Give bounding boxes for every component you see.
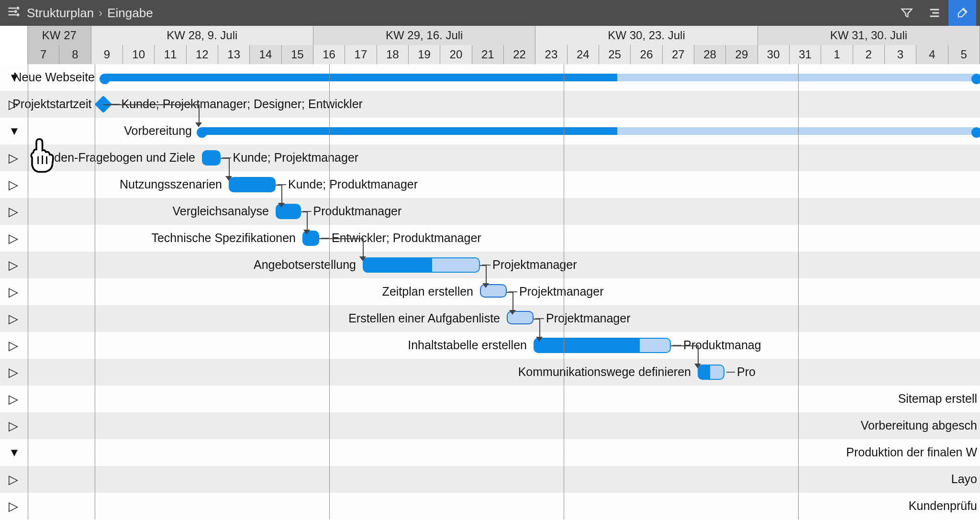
task-bar[interactable] [363,257,480,273]
day-header-cell[interactable]: 3 [885,45,916,64]
day-row: 7891011121314151617181920212223242526272… [28,45,980,64]
gantt-body[interactable]: Neue WebseiteProjektstartzeitKunde; Proj… [0,64,980,520]
svg-point-1 [15,11,16,12]
week-header-cell[interactable]: KW 27 [28,26,91,45]
task-bar[interactable] [534,338,671,353]
day-header-cell[interactable]: 24 [568,45,599,64]
week-header-cell[interactable]: KW 28, 9. Juli [91,26,313,45]
day-header-cell[interactable]: 15 [282,45,313,64]
disclosure-right-icon[interactable] [9,392,18,407]
task-bar[interactable] [302,231,319,246]
settings-button[interactable] [948,0,976,26]
day-header-cell[interactable]: 12 [187,45,218,64]
gantt-row[interactable]: Kundenprüfu [0,493,980,520]
breadcrumb-root[interactable]: Strukturplan [27,6,94,21]
task-bar[interactable] [229,177,276,192]
disclosure-right-icon[interactable] [9,204,18,219]
task-bar[interactable] [698,365,724,380]
task-bar[interactable] [480,284,507,298]
gantt-row[interactable]: Vorbereitung abgesch [0,412,980,439]
day-header-cell[interactable]: 20 [440,45,472,64]
topbar-right [893,0,976,26]
day-header-cell[interactable]: 25 [599,45,631,64]
gantt-row[interactable]: Layo [0,466,980,493]
gantt-row[interactable]: Technische SpezifikationenEntwickler; Pr… [0,225,980,252]
week-header-cell[interactable]: KW 30, 23. Juli [535,26,757,45]
breadcrumb-page[interactable]: Eingabe [107,6,153,21]
day-header-cell[interactable]: 13 [218,45,250,64]
day-header-cell[interactable]: 10 [123,45,155,64]
gantt-row[interactable]: AngebotserstellungProjektmanager [0,252,980,278]
day-header-cell[interactable]: 9 [91,45,123,64]
gantt-row[interactable]: Erstellen einer AufgabenlisteProjektmana… [0,305,980,332]
day-header-cell[interactable]: 30 [758,45,790,64]
week-header-cell[interactable]: KW 31, 30. Juli [758,26,980,45]
disclosure-right-icon[interactable] [9,499,18,514]
day-header-cell[interactable]: 28 [694,45,726,64]
task-title: Kommunikationswege definieren [518,365,691,379]
day-header-cell[interactable]: 31 [790,45,821,64]
gantt-row[interactable]: Kommunikationswege definierenPro [0,359,980,386]
disclosure-right-icon[interactable] [9,338,18,353]
topbar: Strukturplan › Eingabe [0,0,980,26]
gantt-row[interactable]: NutzungsszenarienKunde; Produktmanager [0,171,980,198]
task-bar[interactable] [276,204,301,219]
milestone-diamond[interactable] [94,96,112,113]
day-header-cell[interactable]: 21 [472,45,504,64]
task-bar[interactable] [202,150,221,166]
day-header-cell[interactable]: 7 [28,45,59,64]
disclosure-right-icon[interactable] [9,285,18,299]
task-title: Angebotserstellung [254,258,356,272]
filter-button[interactable] [893,0,921,26]
gantt-row[interactable]: Zeitplan erstellenProjektmanager [0,278,980,305]
disclosure-right-icon[interactable] [9,365,18,380]
day-header-cell[interactable]: 2 [853,45,885,64]
day-header-cell[interactable]: 16 [313,45,345,64]
disclosure-right-icon[interactable] [9,311,18,326]
task-title: Inhaltstabelle erstellen [408,338,527,352]
week-header-cell[interactable]: KW 29, 16. Juli [313,26,535,45]
disclosure-right-icon[interactable] [9,231,18,246]
gantt-row[interactable]: Sitemap erstell [0,386,980,412]
day-header-cell[interactable]: 27 [663,45,694,64]
gantt-row[interactable]: Kunden-Fragebogen und ZieleKunde; Projek… [0,144,980,171]
gantt-row[interactable]: VergleichsanalyseProduktmanager [0,198,980,225]
gantt-row[interactable]: Produktion der finalen W [0,439,980,466]
assignees-label: Projektmanager [519,285,603,299]
disclosure-right-icon[interactable] [9,258,18,273]
breadcrumb[interactable]: Strukturplan › Eingabe [27,6,153,21]
disclosure-down-icon[interactable] [9,446,20,459]
chevron-right-icon: › [99,6,102,20]
task-bar[interactable] [507,311,534,324]
group-bar[interactable] [101,74,980,81]
gantt-row[interactable]: Inhaltstabelle erstellenProduktmanag [0,332,980,359]
gantt-row[interactable]: Vorbereitung [0,118,980,144]
day-header-cell[interactable]: 23 [535,45,567,64]
day-header-cell[interactable]: 17 [345,45,377,64]
disclosure-right-icon[interactable] [9,472,18,487]
day-header-cell[interactable]: 26 [631,45,662,64]
day-header-cell[interactable]: 11 [155,45,186,64]
assignees-label: Pro [737,365,756,379]
day-header-cell[interactable]: 18 [377,45,409,64]
disclosure-right-icon[interactable] [9,419,18,433]
group-bar[interactable] [199,127,980,135]
day-header-cell[interactable]: 5 [948,45,980,64]
day-header-cell[interactable]: 29 [726,45,757,64]
outline-view-button[interactable] [921,0,948,26]
task-title: Erstellen einer Aufgabenliste [348,311,500,325]
disclosure-down-icon[interactable] [9,124,20,138]
gantt-row[interactable]: Neue Webseite [0,64,980,91]
gantt-row[interactable]: ProjektstartzeitKunde; Projektmanager; D… [0,91,980,118]
disclosure-right-icon[interactable] [9,151,18,166]
day-header-cell[interactable]: 22 [504,45,535,64]
day-header-cell[interactable]: 4 [916,45,948,64]
disclosure-right-icon[interactable] [9,177,18,192]
day-header-cell[interactable]: 1 [821,45,853,64]
day-header-cell[interactable]: 14 [250,45,281,64]
task-title: Nutzungsszenarien [120,177,222,191]
svg-point-2 [17,14,19,16]
day-header-cell[interactable]: 8 [59,45,91,64]
day-header-cell[interactable]: 19 [409,45,440,64]
assignees-label: Produktmanag [683,338,761,352]
